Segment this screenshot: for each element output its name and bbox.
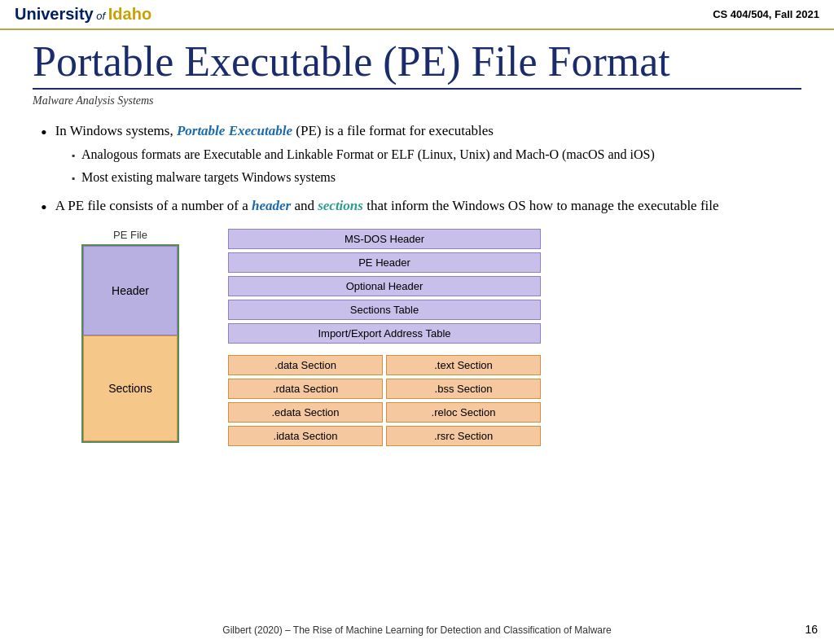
bullet-item-2: • A PE file consists of a number of a he… xyxy=(41,195,801,221)
bullet2-highlight1: header xyxy=(252,198,291,213)
pe-sections-section: Sections xyxy=(83,335,178,441)
sections-detail-area: .data Section .text Section .rdata Secti… xyxy=(228,355,541,446)
bullet-item-1: • In Windows systems, Portable Executabl… xyxy=(41,120,801,191)
detail-box-import-export: Import/Export Address Table xyxy=(228,323,541,344)
pe-file-box: Header Sections xyxy=(81,244,179,443)
bullet-text-2: A PE file consists of a number of a head… xyxy=(55,195,801,217)
bullet-text-1: In Windows systems, Portable Executable … xyxy=(55,120,801,191)
detail-box-rsrc: .rsrc Section xyxy=(386,426,541,446)
bullet2-highlight2: sections xyxy=(318,198,363,213)
detail-box-bss: .bss Section xyxy=(386,379,541,399)
sub-bullet-text-1-1: Analogous formats are Executable and Lin… xyxy=(81,145,655,164)
detail-box-sections-table: Sections Table xyxy=(228,300,541,320)
detail-box-optional: Optional Header xyxy=(228,276,541,296)
sub-bullet-1-2: ▪ Most existing malware targets Windows … xyxy=(72,168,801,187)
bullet2-text-after: that inform the Windows OS how to manage… xyxy=(363,198,719,213)
bullet1-highlight: Portable Executable xyxy=(177,123,292,138)
bullet2-text-before: A PE file consists of a number of a xyxy=(55,198,252,213)
subtitle: Malware Analysis Systems xyxy=(33,94,801,107)
detail-boxes: MS-DOS Header PE Header Optional Header … xyxy=(228,229,541,446)
title-divider xyxy=(33,88,801,90)
sub-bullet-text-1-2: Most existing malware targets Windows sy… xyxy=(81,168,336,187)
detail-box-text: .text Section xyxy=(386,355,541,375)
bullet2-text-middle: and xyxy=(291,198,318,213)
detail-box-data: .data Section xyxy=(228,355,383,375)
university-logo: University of Idaho xyxy=(15,5,151,24)
header-detail-boxes: MS-DOS Header PE Header Optional Header … xyxy=(228,229,541,344)
detail-box-reloc: .reloc Section xyxy=(386,402,541,423)
sub-bullet-list-1: ▪ Analogous formats are Executable and L… xyxy=(72,145,801,187)
detail-box-idata: .idata Section xyxy=(228,426,383,446)
bullet-list: • In Windows systems, Portable Executabl… xyxy=(41,120,801,221)
pe-header-section: Header xyxy=(83,246,178,335)
bullet1-text-after: (PE) is a file format for executables xyxy=(292,123,494,138)
main-content: Portable Executable (PE) File Format Mal… xyxy=(0,30,834,454)
detail-box-msdos: MS-DOS Header xyxy=(228,229,541,249)
detail-box-pe-header: PE Header xyxy=(228,252,541,273)
detail-box-edata: .edata Section xyxy=(228,402,383,423)
diagram-area: PE File Header Sections MS-DOS Header PE… xyxy=(81,229,801,446)
page-number: 16 xyxy=(805,623,818,636)
pe-file-label: PE File xyxy=(113,229,147,241)
course-info: CS 404/504, Fall 2021 xyxy=(713,8,819,20)
pe-file-container: PE File Header Sections xyxy=(81,229,179,443)
top-bar: University of Idaho CS 404/504, Fall 202… xyxy=(0,0,834,30)
footer: Gilbert (2020) – The Rise of Machine Lea… xyxy=(0,624,834,636)
logo-text: University of Idaho xyxy=(15,5,151,23)
bullet-dot-2: • xyxy=(41,194,47,221)
slide-title: Portable Executable (PE) File Format xyxy=(33,38,801,85)
sub-bullet-arrow-1: ▪ xyxy=(72,148,75,163)
sub-bullet-1-1: ▪ Analogous formats are Executable and L… xyxy=(72,145,801,164)
bullet1-text-before: In Windows systems, xyxy=(55,123,177,138)
detail-box-rdata: .rdata Section xyxy=(228,379,383,399)
sub-bullet-arrow-2: ▪ xyxy=(72,171,75,186)
bullet-dot-1: • xyxy=(41,119,47,146)
